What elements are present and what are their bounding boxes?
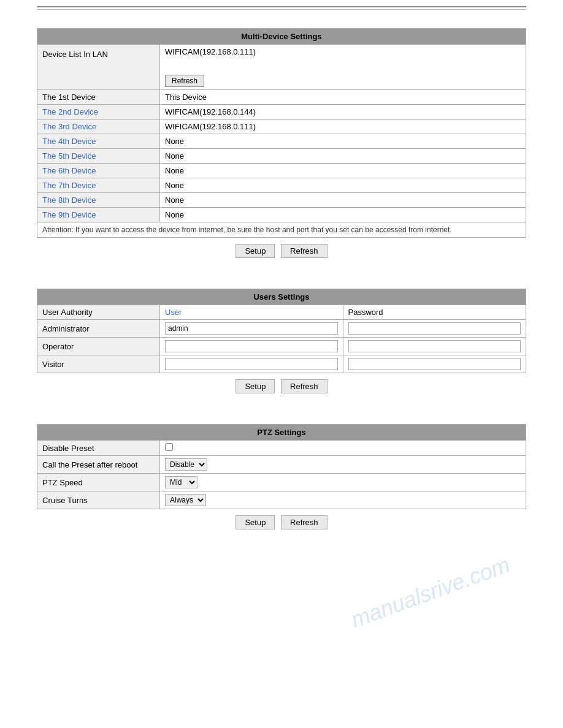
admin-password-cell <box>343 320 526 338</box>
operator-password-input[interactable] <box>348 340 521 352</box>
device-9-value: None <box>160 208 526 222</box>
ptz-speed-select[interactable]: Low Mid High <box>165 476 197 488</box>
operator-password-cell <box>343 338 526 355</box>
user-column-header: User <box>160 305 343 320</box>
table-row: The 7th Device None <box>37 178 526 193</box>
visitor-user-input[interactable] <box>165 358 338 370</box>
multi-device-title: Multi-Device Settings <box>37 29 526 45</box>
password-column-header: Password <box>343 305 526 320</box>
disable-preset-row: Disable Preset <box>37 441 526 456</box>
device-5-label[interactable]: The 5th Device <box>37 149 160 164</box>
device-4-label[interactable]: The 4th Device <box>37 134 160 149</box>
multi-device-refresh-button[interactable]: Refresh <box>281 244 327 258</box>
admin-user-input[interactable] <box>165 322 338 335</box>
table-row: The 1st Device This Device <box>37 90 526 105</box>
ptz-title: PTZ Settings <box>37 425 526 441</box>
device-2-label[interactable]: The 2nd Device <box>37 105 160 119</box>
operator-label: Operator <box>37 338 160 355</box>
multi-device-buttons: Setup Refresh <box>37 244 526 258</box>
users-title: Users Settings <box>37 289 526 305</box>
admin-row: Administrator <box>37 320 526 338</box>
device-list-row: Device List In LAN WIFICAM(192.168.0.111… <box>37 45 526 90</box>
device-3-label[interactable]: The 3rd Device <box>37 119 160 134</box>
disable-preset-checkbox[interactable] <box>165 443 173 451</box>
device-7-label[interactable]: The 7th Device <box>37 178 160 193</box>
users-table: Users Settings User Authority User Passw… <box>37 289 526 373</box>
multi-device-setup-button[interactable]: Setup <box>236 244 275 258</box>
users-section: Users Settings User Authority User Passw… <box>37 289 526 393</box>
device-9-label[interactable]: The 9th Device <box>37 208 160 222</box>
visitor-label: Visitor <box>37 355 160 373</box>
device-8-label[interactable]: The 8th Device <box>37 193 160 208</box>
operator-user-input[interactable] <box>165 340 338 352</box>
users-refresh-button[interactable]: Refresh <box>281 379 327 393</box>
call-preset-select[interactable]: Disable Enable <box>165 458 207 471</box>
device-5-value: None <box>160 149 526 164</box>
device-6-value: None <box>160 164 526 178</box>
device-6-label[interactable]: The 6th Device <box>37 164 160 178</box>
ptz-setup-button[interactable]: Setup <box>236 515 275 529</box>
visitor-user-cell <box>160 355 343 373</box>
ptz-speed-cell: Low Mid High <box>160 474 526 491</box>
device-4-value: None <box>160 134 526 149</box>
cruise-turns-select[interactable]: Always 1 2 3 4 5 <box>165 494 206 506</box>
ptz-table: PTZ Settings Disable Preset Call the Pre… <box>37 424 526 509</box>
attention-text: Attention: If you want to access the dev… <box>37 222 526 238</box>
device-2-value: WIFICAM(192.168.0.144) <box>160 105 526 119</box>
device-list-cell: WIFICAM(192.168.0.111) Refresh <box>160 45 526 90</box>
table-row: The 3rd Device WIFICAM(192.168.0.111) <box>37 119 526 134</box>
device-7-value: None <box>160 178 526 193</box>
visitor-password-input[interactable] <box>348 358 521 370</box>
user-authority-header: User Authority <box>37 305 160 320</box>
device-list-value: WIFICAM(192.168.0.111) <box>165 47 521 56</box>
users-setup-button[interactable]: Setup <box>236 379 275 393</box>
device-list-label: Device List In LAN <box>37 45 160 90</box>
disable-preset-label: Disable Preset <box>37 441 160 456</box>
device-3-value: WIFICAM(192.168.0.111) <box>160 119 526 134</box>
device-8-value: None <box>160 193 526 208</box>
admin-user-cell <box>160 320 343 338</box>
operator-row: Operator <box>37 338 526 355</box>
visitor-row: Visitor <box>37 355 526 373</box>
table-row: The 6th Device None <box>37 164 526 178</box>
device-1-value: This Device <box>160 90 526 105</box>
ptz-section: PTZ Settings Disable Preset Call the Pre… <box>37 424 526 529</box>
cruise-turns-cell: Always 1 2 3 4 5 <box>160 491 526 509</box>
ptz-speed-label: PTZ Speed <box>37 474 160 491</box>
visitor-password-cell <box>343 355 526 373</box>
table-row: The 8th Device None <box>37 193 526 208</box>
table-row: The 9th Device None <box>37 208 526 222</box>
cruise-turns-label: Cruise Turns <box>37 491 160 509</box>
multi-device-table: Multi-Device Settings Device List In LAN… <box>37 28 526 238</box>
cruise-turns-row: Cruise Turns Always 1 2 3 4 5 <box>37 491 526 509</box>
device-list-refresh-button[interactable]: Refresh <box>165 75 204 87</box>
table-row: The 2nd Device WIFICAM(192.168.0.144) <box>37 105 526 119</box>
table-row: The 5th Device None <box>37 149 526 164</box>
call-preset-row: Call the Preset after reboot Disable Ena… <box>37 456 526 474</box>
ptz-speed-row: PTZ Speed Low Mid High <box>37 474 526 491</box>
call-preset-cell: Disable Enable <box>160 456 526 474</box>
operator-user-cell <box>160 338 343 355</box>
multi-device-section: Multi-Device Settings Device List In LAN… <box>37 28 526 258</box>
table-row: The 4th Device None <box>37 134 526 149</box>
admin-label: Administrator <box>37 320 160 338</box>
device-1-label: The 1st Device <box>37 90 160 105</box>
users-header-row: User Authority User Password <box>37 305 526 320</box>
attention-row: Attention: If you want to access the dev… <box>37 222 526 238</box>
admin-password-input[interactable] <box>348 322 521 335</box>
ptz-refresh-button[interactable]: Refresh <box>281 515 327 529</box>
disable-preset-cell <box>160 441 526 456</box>
users-buttons: Setup Refresh <box>37 379 526 393</box>
call-preset-label: Call the Preset after reboot <box>37 456 160 474</box>
ptz-buttons: Setup Refresh <box>37 515 526 529</box>
